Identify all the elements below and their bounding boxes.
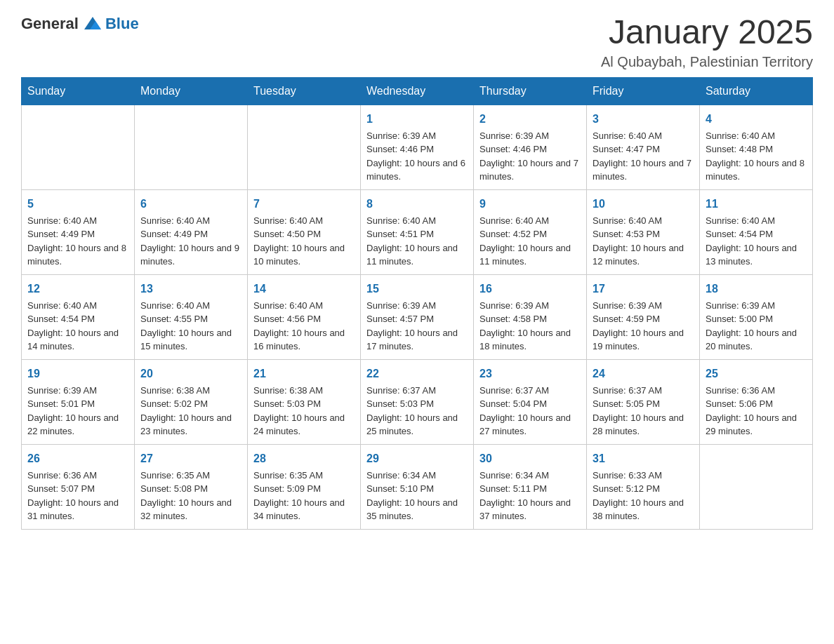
week-row-3: 12Sunrise: 6:40 AMSunset: 4:54 PMDayligh… xyxy=(22,274,813,359)
day-number: 18 xyxy=(706,281,807,297)
day-number: 24 xyxy=(593,365,694,382)
calendar-cell: 22Sunrise: 6:37 AMSunset: 5:03 PMDayligh… xyxy=(361,359,474,444)
calendar-cell: 6Sunrise: 6:40 AMSunset: 4:49 PMDaylight… xyxy=(135,189,248,274)
day-info: Sunrise: 6:40 AMSunset: 4:55 PMDaylight:… xyxy=(140,299,241,354)
day-number: 9 xyxy=(479,196,581,213)
calendar-cell: 7Sunrise: 6:40 AMSunset: 4:50 PMDaylight… xyxy=(248,189,361,274)
calendar-cell xyxy=(700,444,813,529)
calendar-subtitle: Al Qubaybah, Palestinian Territory xyxy=(601,54,813,70)
day-info: Sunrise: 6:40 AMSunset: 4:47 PMDaylight:… xyxy=(593,129,694,184)
day-number: 19 xyxy=(27,365,128,382)
calendar-cell: 9Sunrise: 6:40 AMSunset: 4:52 PMDaylight… xyxy=(474,189,587,274)
header-col-saturday: Saturday xyxy=(700,77,813,105)
calendar-table: SundayMondayTuesdayWednesdayThursdayFrid… xyxy=(21,77,813,530)
calendar-cell: 20Sunrise: 6:38 AMSunset: 5:02 PMDayligh… xyxy=(135,359,248,444)
day-number: 3 xyxy=(593,111,694,128)
day-number: 8 xyxy=(366,196,468,213)
header-col-tuesday: Tuesday xyxy=(248,77,361,105)
calendar-cell: 13Sunrise: 6:40 AMSunset: 4:55 PMDayligh… xyxy=(135,274,248,359)
day-info: Sunrise: 6:39 AMSunset: 4:59 PMDaylight:… xyxy=(593,299,694,354)
day-info: Sunrise: 6:40 AMSunset: 4:49 PMDaylight:… xyxy=(27,214,128,269)
calendar-cell: 3Sunrise: 6:40 AMSunset: 4:47 PMDaylight… xyxy=(587,105,700,189)
calendar-cell: 1Sunrise: 6:39 AMSunset: 4:46 PMDaylight… xyxy=(361,105,474,189)
day-info: Sunrise: 6:40 AMSunset: 4:50 PMDaylight:… xyxy=(253,214,355,269)
calendar-cell: 21Sunrise: 6:38 AMSunset: 5:03 PMDayligh… xyxy=(248,359,361,444)
calendar-cell: 11Sunrise: 6:40 AMSunset: 4:54 PMDayligh… xyxy=(700,189,813,274)
day-number: 10 xyxy=(593,196,694,213)
page-header: General Blue January 2025 Al Qubaybah, P… xyxy=(21,14,813,70)
week-row-5: 26Sunrise: 6:36 AMSunset: 5:07 PMDayligh… xyxy=(22,444,813,529)
calendar-cell: 23Sunrise: 6:37 AMSunset: 5:04 PMDayligh… xyxy=(474,359,587,444)
day-info: Sunrise: 6:40 AMSunset: 4:54 PMDaylight:… xyxy=(27,299,128,354)
day-number: 4 xyxy=(706,111,807,128)
calendar-cell: 30Sunrise: 6:34 AMSunset: 5:11 PMDayligh… xyxy=(474,444,587,529)
calendar-title: January 2025 xyxy=(601,14,813,51)
header-row: SundayMondayTuesdayWednesdayThursdayFrid… xyxy=(22,77,813,105)
day-number: 7 xyxy=(253,196,355,213)
day-number: 15 xyxy=(366,281,468,297)
day-number: 25 xyxy=(706,365,807,382)
week-row-1: 1Sunrise: 6:39 AMSunset: 4:46 PMDaylight… xyxy=(22,105,813,189)
day-info: Sunrise: 6:40 AMSunset: 4:52 PMDaylight:… xyxy=(479,214,581,269)
calendar-cell: 24Sunrise: 6:37 AMSunset: 5:05 PMDayligh… xyxy=(587,359,700,444)
day-number: 5 xyxy=(27,196,128,213)
day-info: Sunrise: 6:40 AMSunset: 4:49 PMDaylight:… xyxy=(140,214,241,269)
day-info: Sunrise: 6:40 AMSunset: 4:56 PMDaylight:… xyxy=(253,299,355,354)
day-number: 30 xyxy=(479,450,581,467)
day-number: 11 xyxy=(706,196,807,213)
calendar-cell: 27Sunrise: 6:35 AMSunset: 5:08 PMDayligh… xyxy=(135,444,248,529)
day-info: Sunrise: 6:37 AMSunset: 5:04 PMDaylight:… xyxy=(479,384,581,438)
day-info: Sunrise: 6:36 AMSunset: 5:06 PMDaylight:… xyxy=(706,384,807,438)
day-info: Sunrise: 6:40 AMSunset: 4:48 PMDaylight:… xyxy=(706,129,807,184)
day-info: Sunrise: 6:39 AMSunset: 4:46 PMDaylight:… xyxy=(366,129,468,184)
day-info: Sunrise: 6:39 AMSunset: 4:58 PMDaylight:… xyxy=(479,299,581,354)
day-number: 31 xyxy=(593,450,694,467)
title-section: January 2025 Al Qubaybah, Palestinian Te… xyxy=(601,14,813,70)
logo: General Blue xyxy=(21,14,139,34)
calendar-cell: 19Sunrise: 6:39 AMSunset: 5:01 PMDayligh… xyxy=(22,359,135,444)
day-number: 20 xyxy=(140,365,241,382)
calendar-cell: 8Sunrise: 6:40 AMSunset: 4:51 PMDaylight… xyxy=(361,189,474,274)
header-col-thursday: Thursday xyxy=(474,77,587,105)
day-info: Sunrise: 6:37 AMSunset: 5:05 PMDaylight:… xyxy=(593,384,694,438)
calendar-cell: 29Sunrise: 6:34 AMSunset: 5:10 PMDayligh… xyxy=(361,444,474,529)
calendar-cell xyxy=(248,105,361,189)
day-number: 23 xyxy=(479,365,581,382)
logo-blue: Blue xyxy=(105,15,139,33)
day-info: Sunrise: 6:38 AMSunset: 5:02 PMDaylight:… xyxy=(140,384,241,438)
day-info: Sunrise: 6:34 AMSunset: 5:10 PMDaylight:… xyxy=(366,469,468,523)
calendar-cell xyxy=(135,105,248,189)
day-info: Sunrise: 6:35 AMSunset: 5:09 PMDaylight:… xyxy=(253,469,355,523)
day-info: Sunrise: 6:35 AMSunset: 5:08 PMDaylight:… xyxy=(140,469,241,523)
day-number: 22 xyxy=(366,365,468,382)
calendar-cell: 2Sunrise: 6:39 AMSunset: 4:46 PMDaylight… xyxy=(474,105,587,189)
header-col-monday: Monday xyxy=(135,77,248,105)
day-info: Sunrise: 6:40 AMSunset: 4:51 PMDaylight:… xyxy=(366,214,468,269)
day-number: 17 xyxy=(593,281,694,297)
calendar-cell: 10Sunrise: 6:40 AMSunset: 4:53 PMDayligh… xyxy=(587,189,700,274)
calendar-cell: 14Sunrise: 6:40 AMSunset: 4:56 PMDayligh… xyxy=(248,274,361,359)
day-number: 26 xyxy=(27,450,128,467)
calendar-cell: 25Sunrise: 6:36 AMSunset: 5:06 PMDayligh… xyxy=(700,359,813,444)
calendar-cell: 26Sunrise: 6:36 AMSunset: 5:07 PMDayligh… xyxy=(22,444,135,529)
day-number: 29 xyxy=(366,450,468,467)
calendar-cell: 15Sunrise: 6:39 AMSunset: 4:57 PMDayligh… xyxy=(361,274,474,359)
day-info: Sunrise: 6:38 AMSunset: 5:03 PMDaylight:… xyxy=(253,384,355,438)
day-number: 12 xyxy=(27,281,128,297)
day-number: 13 xyxy=(140,281,241,297)
day-number: 16 xyxy=(479,281,581,297)
calendar-cell: 18Sunrise: 6:39 AMSunset: 5:00 PMDayligh… xyxy=(700,274,813,359)
day-info: Sunrise: 6:36 AMSunset: 5:07 PMDaylight:… xyxy=(27,469,128,523)
day-info: Sunrise: 6:39 AMSunset: 5:00 PMDaylight:… xyxy=(706,299,807,354)
day-number: 2 xyxy=(479,111,581,128)
day-number: 14 xyxy=(253,281,355,297)
day-info: Sunrise: 6:39 AMSunset: 4:46 PMDaylight:… xyxy=(479,129,581,184)
day-info: Sunrise: 6:39 AMSunset: 4:57 PMDaylight:… xyxy=(366,299,468,354)
day-info: Sunrise: 6:39 AMSunset: 5:01 PMDaylight:… xyxy=(27,384,128,438)
day-number: 27 xyxy=(140,450,241,467)
day-number: 21 xyxy=(253,365,355,382)
day-number: 6 xyxy=(140,196,241,213)
week-row-2: 5Sunrise: 6:40 AMSunset: 4:49 PMDaylight… xyxy=(22,189,813,274)
calendar-cell: 12Sunrise: 6:40 AMSunset: 4:54 PMDayligh… xyxy=(22,274,135,359)
day-info: Sunrise: 6:33 AMSunset: 5:12 PMDaylight:… xyxy=(593,469,694,523)
